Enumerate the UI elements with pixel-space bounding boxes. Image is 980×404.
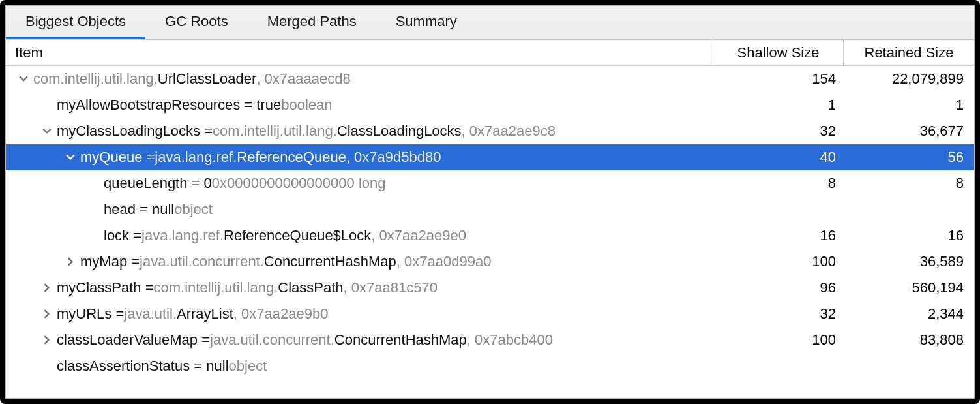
text-segment: ArrayList	[177, 305, 233, 322]
tab-biggest-objects[interactable]: Biggest Objects	[6, 6, 145, 39]
retained-size-cell: 560,194	[844, 279, 974, 296]
text-segment: , 0x7aa2ae9b0	[233, 305, 329, 322]
text-segment: classAssertionStatus = null	[57, 358, 229, 375]
tab-merged-paths[interactable]: Merged Paths	[248, 6, 376, 39]
retained-size-cell: 2,344	[844, 305, 974, 322]
tree-row[interactable]: myAllowBootstrapResources = true boolean…	[6, 92, 974, 118]
text-segment: java.util.	[124, 305, 177, 322]
object-tree[interactable]: com.intellij.util.lang.UrlClassLoader, 0…	[6, 66, 974, 398]
text-segment: ReferenceQueue$Lock	[224, 227, 371, 244]
text-segment: , 0x7a9d5bd80	[346, 149, 441, 166]
text-segment: ConcurrentHashMap	[334, 332, 467, 349]
tab-gc-roots[interactable]: GC Roots	[145, 6, 248, 39]
tree-row-item: lock = java.lang.ref.ReferenceQueue$Lock…	[6, 227, 713, 244]
column-retained[interactable]: Retained Size	[844, 40, 974, 65]
text-segment: , 0x7aa0d99a0	[396, 253, 492, 270]
tree-row-item: myQueue = java.lang.ref.ReferenceQueue, …	[6, 149, 713, 166]
chevron-right-icon[interactable]	[41, 282, 53, 294]
tree-row[interactable]: myClassLoadingLocks = com.intellij.util.…	[6, 118, 974, 144]
tree-row[interactable]: myURLs = java.util.ArrayList, 0x7aa2ae9b…	[6, 301, 974, 327]
shallow-size-cell: 100	[713, 253, 844, 270]
chevron-down-icon[interactable]	[41, 125, 53, 137]
tree-row[interactable]: com.intellij.util.lang.UrlClassLoader, 0…	[6, 66, 974, 92]
tree-row-item: myAllowBootstrapResources = true boolean	[6, 97, 713, 114]
text-segment: boolean	[281, 97, 332, 114]
shallow-size-cell: 32	[713, 305, 844, 322]
retained-size-cell: 36,677	[844, 123, 974, 140]
text-segment: object	[174, 201, 213, 218]
tree-row[interactable]: myMap = java.util.concurrent.ConcurrentH…	[6, 249, 974, 275]
text-segment: java.lang.ref.	[141, 227, 224, 244]
shallow-size-cell: 100	[713, 332, 844, 349]
retained-size-cell: 22,079,899	[844, 70, 974, 87]
tree-row-item: myClassLoadingLocks = com.intellij.util.…	[6, 123, 713, 140]
retained-size-cell: 8	[844, 175, 974, 192]
text-segment: java.util.concurrent.	[140, 253, 264, 270]
text-segment: , 0x7abcb400	[467, 332, 553, 349]
tree-row-item: queueLength = 0 0x0000000000000000 long	[6, 175, 713, 192]
text-segment: 0x0000000000000000 long	[212, 175, 386, 192]
tree-row[interactable]: lock = java.lang.ref.ReferenceQueue$Lock…	[6, 223, 974, 249]
retained-size-cell: 16	[844, 227, 974, 244]
text-segment: java.util.concurrent.	[210, 332, 334, 349]
text-segment: myClassLoadingLocks =	[57, 123, 213, 140]
text-segment: queueLength = 0	[104, 175, 212, 192]
tree-row-item: classAssertionStatus = null object	[6, 358, 713, 375]
text-segment: myClassPath =	[57, 279, 154, 296]
tab-bar: Biggest ObjectsGC RootsMerged PathsSumma…	[6, 6, 974, 40]
text-segment: head = null	[104, 201, 174, 218]
text-segment: myAllowBootstrapResources = true	[57, 97, 281, 114]
column-item[interactable]: Item	[6, 40, 713, 65]
retained-size-cell: 56	[844, 149, 974, 166]
shallow-size-cell: 16	[713, 227, 844, 244]
text-segment: java.lang.ref.	[155, 149, 237, 166]
text-segment: ClassLoadingLocks	[337, 123, 462, 140]
text-segment: ConcurrentHashMap	[264, 253, 396, 270]
tree-row-item: com.intellij.util.lang.UrlClassLoader, 0…	[6, 70, 713, 87]
text-segment: com.intellij.util.lang.	[154, 279, 278, 296]
text-segment: , 0x7aaaaecd8	[256, 70, 350, 87]
tree-row-item: myMap = java.util.concurrent.ConcurrentH…	[6, 253, 713, 270]
text-segment: , 0x7aa81c570	[344, 279, 438, 296]
tree-row-item: myURLs = java.util.ArrayList, 0x7aa2ae9b…	[6, 305, 713, 322]
chevron-right-icon[interactable]	[41, 308, 53, 320]
chevron-down-icon[interactable]	[18, 73, 29, 85]
text-segment: com.intellij.util.lang.	[33, 70, 158, 87]
text-segment: , 0x7aa2ae9c8	[462, 123, 556, 140]
tree-row[interactable]: myQueue = java.lang.ref.ReferenceQueue, …	[6, 144, 974, 170]
tab-summary[interactable]: Summary	[376, 6, 477, 39]
text-segment: lock =	[104, 227, 141, 244]
shallow-size-cell: 32	[713, 123, 844, 140]
tree-row-item: head = null object	[6, 201, 713, 218]
text-segment: myQueue =	[80, 149, 155, 166]
shallow-size-cell: 96	[713, 279, 844, 296]
text-segment: com.intellij.util.lang.	[213, 123, 337, 140]
tree-row[interactable]: head = null object	[6, 196, 974, 223]
text-segment: , 0x7aa2ae9e0	[371, 227, 466, 244]
retained-size-cell: 36,589	[844, 253, 974, 270]
retained-size-cell: 1	[844, 97, 974, 114]
chevron-right-icon[interactable]	[41, 334, 53, 346]
chevron-down-icon[interactable]	[65, 151, 76, 163]
text-segment: myURLs =	[57, 305, 124, 322]
text-segment: ClassPath	[278, 279, 343, 296]
shallow-size-cell: 154	[713, 70, 844, 87]
shallow-size-cell: 40	[713, 149, 844, 166]
column-shallow[interactable]: Shallow Size	[713, 40, 844, 65]
text-segment: classLoaderValueMap =	[57, 332, 210, 349]
tree-row-item: classLoaderValueMap = java.util.concurre…	[6, 332, 713, 349]
column-headers: Item Shallow Size Retained Size	[6, 40, 974, 66]
chevron-right-icon[interactable]	[65, 256, 76, 268]
tree-row[interactable]: classAssertionStatus = null object	[6, 353, 974, 379]
tree-row-item: myClassPath = com.intellij.util.lang.Cla…	[6, 279, 713, 296]
tree-row[interactable]: myClassPath = com.intellij.util.lang.Cla…	[6, 275, 974, 301]
shallow-size-cell: 8	[713, 175, 844, 192]
shallow-size-cell: 1	[713, 97, 844, 114]
text-segment: myMap =	[80, 253, 140, 270]
text-segment: UrlClassLoader	[158, 70, 257, 87]
text-segment: object	[229, 358, 267, 375]
text-segment: ReferenceQueue	[237, 149, 346, 166]
profiler-window: Biggest ObjectsGC RootsMerged PathsSumma…	[5, 5, 975, 399]
tree-row[interactable]: queueLength = 0 0x0000000000000000 long8…	[6, 170, 974, 196]
tree-row[interactable]: classLoaderValueMap = java.util.concurre…	[6, 327, 974, 353]
